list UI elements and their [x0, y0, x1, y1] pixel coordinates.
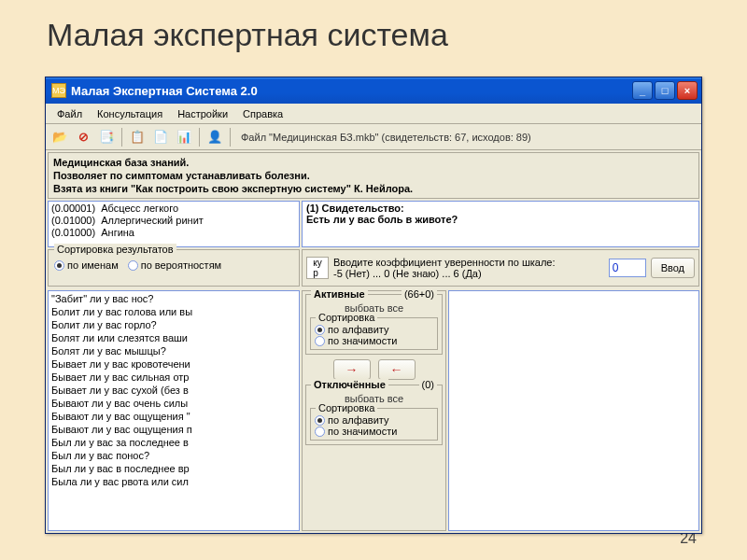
radio-active-signif[interactable]: по значимости [315, 335, 433, 346]
maximize-button[interactable]: □ [655, 81, 675, 100]
disabled-section: Отключённые (0) выбрать все Сортировка п… [305, 385, 443, 445]
scale-icon: кур [306, 257, 329, 279]
question-row[interactable]: Болят ли у вас мышцы? [51, 344, 296, 357]
window-title: Малая Экспертная Система 2.0 [71, 84, 632, 98]
radio-sort-by-name[interactable]: по именам [54, 259, 119, 271]
radio-disabled-alpha[interactable]: по алфавиту [315, 414, 433, 426]
question-row[interactable]: Был ли у вас понос? [51, 449, 296, 462]
toolbar-separator [230, 128, 231, 147]
question-row[interactable]: Болит ли у вас голова или вы [51, 305, 296, 318]
coefficient-group: кур Вводите коэффициент уверенности по ш… [302, 249, 699, 287]
radio-dot-icon [315, 336, 325, 346]
menubar: Файл Консультация Настройки Справка [46, 104, 701, 124]
radio-active-alpha[interactable]: по алфавиту [315, 324, 433, 335]
evidence-header: (1) Свидетельство: [306, 203, 695, 214]
radio-dot-icon [315, 415, 325, 426]
app-window: МЭ Малая Экспертная Система 2.0 _ □ × Фа… [45, 77, 702, 534]
filter-panel: Активные (66+0) выбрать все Сортировка п… [302, 290, 446, 531]
evidence-box: (1) Свидетельство: Есть ли у вас боль в … [302, 201, 699, 247]
enter-button[interactable]: Ввод [651, 258, 695, 278]
titlebar: МЭ Малая Экспертная Система 2.0 _ □ × [46, 77, 701, 104]
content-area [448, 290, 699, 531]
question-row[interactable]: Был ли у вас за последнее в [51, 436, 296, 449]
question-row[interactable]: Был ли у вас в последнее вр [51, 462, 296, 475]
radio-dot-icon [54, 260, 64, 271]
coef-prompt-2: -5 (Нет) ... 0 (Не знаю) ... 6 (Да) [333, 268, 604, 279]
question-row[interactable]: Болит ли у вас горло? [51, 318, 296, 331]
sort-label: Сортировка [316, 402, 377, 413]
menu-consult[interactable]: Консультация [90, 106, 170, 121]
menu-settings[interactable]: Настройки [170, 106, 235, 121]
radio-sort-by-prob[interactable]: по вероятностям [128, 259, 221, 271]
move-right-button[interactable]: → [333, 359, 371, 380]
move-left-button[interactable]: ← [378, 359, 416, 380]
toolbar-separator [121, 128, 122, 147]
disabled-count: (0) [419, 379, 437, 390]
kb-info-panel: Медицинская база знаний. Позволяет по си… [48, 152, 699, 199]
question-row[interactable]: "Забит" ли у вас нос? [51, 292, 296, 305]
radio-dot-icon [315, 427, 325, 437]
kb-icon[interactable]: 📑 [96, 127, 117, 147]
question-row[interactable]: Бывает ли у вас сухой (без в [51, 384, 296, 397]
info-line-1: Медицинская база знаний. [53, 157, 189, 168]
user-icon[interactable]: 👤 [204, 127, 225, 147]
toolbar: 📂 ⊘ 📑 📋 📄 📊 👤 Файл "Медицинская БЗ.mkb" … [46, 124, 701, 150]
question-row[interactable]: Бывают ли у вас очень силы [51, 397, 296, 410]
question-row[interactable]: Болят ли или слезятся ваши [51, 331, 296, 344]
radio-dot-icon [128, 260, 138, 271]
disabled-label: Отключённые [311, 379, 388, 390]
tool-icon-2[interactable]: 📄 [150, 127, 171, 147]
tool-icon-3[interactable]: 📊 [174, 127, 194, 147]
question-row[interactable]: Была ли у вас рвота или сил [51, 475, 296, 488]
result-row[interactable]: (0.01000) Ангина [51, 227, 296, 239]
question-row[interactable]: Бывает ли у вас кровотечени [51, 357, 296, 371]
radio-dot-icon [315, 325, 325, 335]
radio-disabled-signif[interactable]: по значимости [315, 426, 433, 437]
results-list[interactable]: (0.00001) Абсцесс легкого (0.01000) Алле… [48, 201, 300, 247]
result-row[interactable]: (0.01000) Аллергический ринит [51, 215, 296, 227]
tool-icon-1[interactable]: 📋 [127, 127, 148, 147]
coefficient-input[interactable] [609, 259, 646, 277]
file-info-label: Файл "Медицинская БЗ.mkb" (свидетельств:… [241, 132, 531, 143]
close-button[interactable]: × [677, 81, 698, 100]
menu-help[interactable]: Справка [235, 106, 290, 121]
slide-title: Малая экспертная система [0, 0, 747, 66]
cancel-icon[interactable]: ⊘ [73, 127, 93, 147]
sort-label: Сортировка [316, 312, 377, 323]
question-row[interactable]: Бывает ли у вас сильная отр [51, 371, 296, 384]
active-section: Активные (66+0) выбрать все Сортировка п… [305, 294, 443, 355]
active-count: (66+0) [402, 290, 437, 300]
coef-prompt-1: Вводите коэффициент уверенности по шкале… [333, 257, 604, 268]
minimize-button[interactable]: _ [632, 81, 653, 100]
sort-results-group: Сортировка результатов по именам по веро… [48, 249, 300, 287]
info-line-3: Взята из книги "Как построить свою экспе… [53, 183, 413, 194]
app-icon: МЭ [51, 83, 66, 98]
questions-list[interactable]: "Забит" ли у вас нос? Болит ли у вас гол… [48, 290, 300, 531]
evidence-question: Есть ли у вас боль в животе? [306, 214, 695, 225]
open-icon[interactable]: 📂 [49, 127, 70, 147]
result-row[interactable]: (0.00001) Абсцесс легкого [51, 203, 296, 215]
active-label: Активные [311, 290, 368, 300]
info-line-2: Позволяет по симптомам устанавливать бол… [53, 170, 310, 181]
menu-file[interactable]: Файл [49, 106, 90, 121]
sort-results-label: Сортировка результатов [54, 244, 176, 255]
question-row[interactable]: Бывают ли у вас ощущения п [51, 423, 296, 436]
toolbar-separator [199, 128, 200, 147]
question-row[interactable]: Бывают ли у вас ощущения " [51, 410, 296, 423]
